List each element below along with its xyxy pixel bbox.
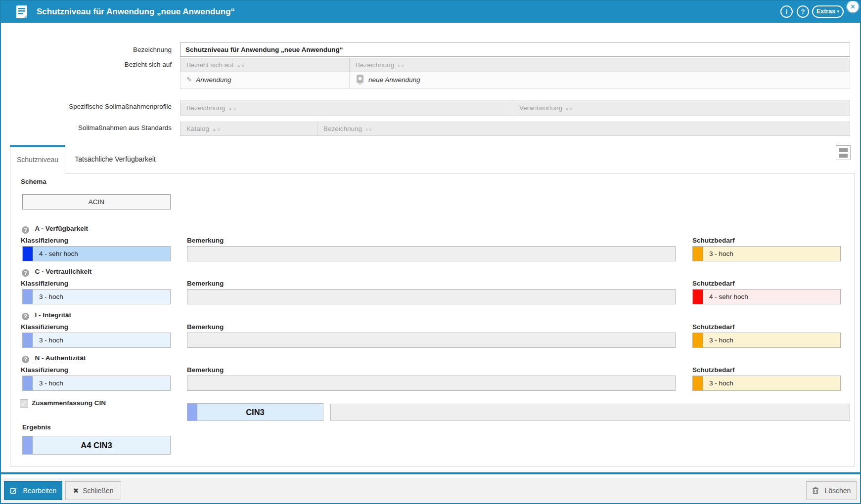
- protection-stripe: [693, 333, 703, 347]
- zusammenfassung-label: Zusammenfassung CIN: [32, 399, 106, 407]
- sort-arrows-icon: ∧∨: [565, 106, 573, 111]
- sollmassnahmenprofile-table: Bezeichnung▲∨ Verantwortung∧∨: [180, 100, 850, 116]
- bemerkung-label: Bemerkung: [187, 323, 224, 331]
- protection-stripe: [693, 376, 703, 390]
- column-header-bezeichnung[interactable]: Bezeichnung∧∨: [350, 58, 850, 72]
- help-circle-icon[interactable]: ?: [22, 313, 29, 320]
- klassifizierung-label: Klassifizierung: [21, 323, 68, 331]
- row-name-cell[interactable]: neue Anwendung: [350, 72, 850, 89]
- ergebnis-field[interactable]: A4 CIN3: [22, 436, 171, 455]
- edit-pencil-icon: [10, 488, 19, 496]
- klassifizierung-field[interactable]: 3 - hoch: [22, 333, 171, 348]
- section-heading-i: ? I - Integrität: [22, 310, 71, 320]
- close-window-button[interactable]: ✕: [847, 1, 859, 12]
- table-row[interactable]: ✎Anwendung neue Anwendung: [180, 72, 850, 89]
- tab-tatsaechliche-verfuegbarkeit[interactable]: Tatsächliche Verfügbarkeit: [65, 145, 165, 173]
- title-bar: Schutzniveau für Anwendung „neue Anwendu…: [1, 1, 860, 23]
- bezeichnung-label: Bezeichnung: [1, 46, 172, 53]
- classification-stripe: [23, 376, 33, 390]
- extras-menu-button[interactable]: Extras ▾: [812, 5, 844, 18]
- app-window: Schutzniveau für Anwendung „neue Anwendu…: [0, 0, 861, 504]
- help-circle-icon[interactable]: ?: [22, 226, 29, 234]
- zusammenfassung-checkbox[interactable]: ✓: [20, 399, 28, 408]
- sort-arrows-icon: ▲∨: [236, 63, 245, 68]
- schutzbedarf-field[interactable]: 4 - sehr hoch: [692, 289, 841, 304]
- classification-stripe: [23, 247, 33, 261]
- help-icon[interactable]: ?: [797, 5, 809, 18]
- bemerkung-field[interactable]: [187, 333, 676, 348]
- schliessen-button[interactable]: ✖Schließen: [65, 481, 121, 500]
- bearbeiten-button[interactable]: Bearbeiten: [4, 481, 62, 500]
- klassifizierung-field[interactable]: 4 - sehr hoch: [22, 246, 171, 261]
- protection-stripe: [693, 247, 703, 261]
- sort-arrows-icon: ▲∨: [228, 106, 237, 111]
- list-bar-icon: [839, 148, 848, 152]
- footer-bar: [1, 474, 860, 503]
- bemerkung-label: Bemerkung: [187, 237, 224, 244]
- klassifizierung-label: Klassifizierung: [21, 280, 68, 287]
- sort-arrows-icon: ∧∨: [397, 63, 405, 68]
- caret-down-icon: ▾: [837, 9, 840, 14]
- bemerkung-field[interactable]: [187, 289, 676, 304]
- klassifizierung-field[interactable]: 3 - hoch: [22, 289, 171, 304]
- help-circle-icon[interactable]: ?: [22, 269, 29, 277]
- classification-stripe: [23, 333, 33, 347]
- schutzbedarf-field[interactable]: 3 - hoch: [692, 246, 841, 261]
- bezieht-sich-auf-label: Bezieht sich auf: [1, 61, 172, 68]
- help-circle-icon[interactable]: ?: [22, 356, 29, 363]
- schutzbedarf-field[interactable]: 3 - hoch: [692, 333, 841, 348]
- section-heading-a: ? A - Verfügbarkeit: [22, 224, 88, 234]
- tab-content-panel: [10, 173, 855, 466]
- section-heading-c: ? C - Vertraulichkeit: [22, 267, 91, 277]
- klassifizierung-label: Klassifizierung: [21, 237, 68, 244]
- document-icon: [16, 5, 28, 21]
- column-header-verantwortung[interactable]: Verantwortung∧∨: [513, 100, 850, 116]
- sollmassnahmenprofile-label: Spezifische Sollmaßnahmenprofile: [1, 103, 172, 110]
- schutzbedarf-label: Schutzbedarf: [692, 323, 735, 331]
- pencil-icon: ✎: [186, 76, 192, 84]
- klassifizierung-label: Klassifizierung: [21, 366, 68, 374]
- bezeichnung-input[interactable]: [180, 42, 850, 57]
- list-bar-icon: [839, 154, 848, 158]
- protection-stripe: [693, 290, 703, 304]
- summary-stripe: [187, 404, 197, 420]
- bemerkung-field[interactable]: [187, 246, 676, 261]
- column-header-katalog[interactable]: Katalog▲∨: [180, 122, 317, 136]
- schema-label: Schema: [21, 178, 46, 185]
- bezieht-sich-auf-table: Bezieht sich auf▲∨ Bezeichnung∧∨ ✎Anwend…: [180, 58, 850, 89]
- list-view-button[interactable]: [836, 145, 851, 160]
- application-icon: [356, 74, 364, 91]
- sollmassnahmen-standards-table: Katalog▲∨ Bezeichnung∧∨: [180, 122, 850, 136]
- tab-schutzniveau[interactable]: Schutzniveau: [10, 145, 65, 173]
- cin-summary-field[interactable]: CIN3: [187, 403, 323, 421]
- cin-summary-remark-field[interactable]: [330, 404, 850, 420]
- classification-stripe: [23, 290, 33, 304]
- schutzbedarf-label: Schutzbedarf: [692, 237, 735, 244]
- trash-icon: [812, 488, 821, 496]
- bemerkung-label: Bemerkung: [187, 366, 224, 374]
- column-header-bezeichnung[interactable]: Bezeichnung▲∨: [180, 100, 513, 116]
- ergebnis-label: Ergebnis: [22, 423, 51, 431]
- ergebnis-stripe: [23, 436, 33, 454]
- schutzbedarf-label: Schutzbedarf: [692, 366, 735, 374]
- section-heading-n: ? N - Authentizität: [22, 353, 86, 363]
- schutzbedarf-label: Schutzbedarf: [692, 280, 735, 287]
- loeschen-button[interactable]: Löschen: [806, 481, 857, 500]
- sort-arrows-icon: ▲∨: [212, 127, 221, 132]
- sort-arrows-icon: ∧∨: [365, 127, 372, 132]
- window-title: Schutzniveau für Anwendung „neue Anwendu…: [37, 1, 235, 23]
- klassifizierung-field[interactable]: 3 - hoch: [22, 376, 171, 391]
- info-icon[interactable]: i: [780, 5, 793, 18]
- close-x-icon: ✖: [73, 487, 79, 495]
- bemerkung-field[interactable]: [187, 376, 676, 391]
- row-type-cell[interactable]: ✎Anwendung: [180, 72, 350, 89]
- column-header-bezeichnung[interactable]: Bezeichnung∧∨: [317, 122, 850, 136]
- schema-acin-button[interactable]: ACIN: [22, 194, 171, 210]
- sollmassnahmen-standards-label: Sollmaßnahmen aus Standards: [1, 124, 172, 131]
- bemerkung-label: Bemerkung: [187, 280, 224, 287]
- column-header-bezieht-sich-auf[interactable]: Bezieht sich auf▲∨: [180, 58, 350, 72]
- schutzbedarf-field[interactable]: 3 - hoch: [692, 376, 841, 391]
